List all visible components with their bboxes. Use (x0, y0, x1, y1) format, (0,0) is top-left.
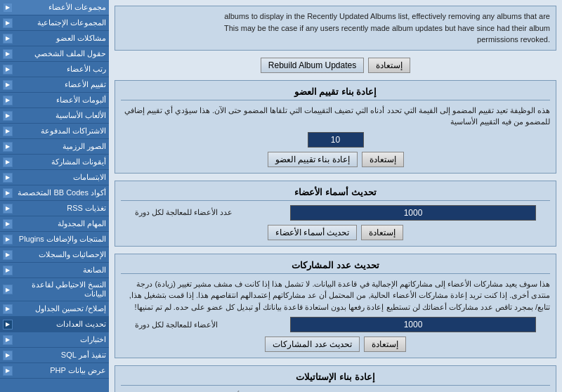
rebuild-stats-title: إعادة بناء الإستاتيلات (121, 372, 550, 386)
rebuild-member-rating-title: إعادة بناء تقييم العضو (121, 86, 550, 100)
sidebar-item-label-6: ألبومات الأعضاء (15, 96, 106, 105)
sidebar-item-21[interactable]: اختبارات▶ (0, 332, 109, 348)
sidebar-item-label-22: تنفيذ أمر SQL (15, 351, 106, 360)
reset-post-count-button[interactable]: إستعادة (364, 337, 406, 352)
rebuild-stats-section: إعادة بناء الإستاتيلات هذه الوظيفة تسمح … (115, 365, 556, 392)
sidebar-item-17[interactable]: الصانعة▶ (0, 263, 109, 278)
sidebar-item-8[interactable]: الاشتراكات المدفوعة▶ (0, 124, 109, 139)
top-description: albums to display in the Recently Update… (115, 6, 556, 51)
sidebar-item-icon-7: ▶ (3, 111, 13, 121)
sidebar-item-icon-22: ▶ (3, 351, 13, 360)
sidebar-item-label-7: الألعاب الأساسية (15, 111, 106, 120)
sidebar-item-icon-3: ▶ (3, 49, 13, 59)
sidebar-item-19[interactable]: إصلاح/ تحسين الجداول▶ (0, 301, 109, 317)
sidebar-item-icon-15: ▶ (3, 235, 13, 244)
sidebar-item-label-10: أيقونات المشاركة (15, 157, 106, 166)
member-rating-input[interactable] (308, 132, 364, 148)
sidebar-item-icon-20: ▶ (3, 320, 13, 329)
sidebar-item-label-1: المجموعات الإجتماعية (15, 18, 106, 27)
sidebar-item-22[interactable]: تنفيذ أمر SQL▶ (0, 348, 109, 363)
sidebar-item-label-21: اختبارات (15, 335, 106, 344)
top-desc-line2: This may be the case if any users recent… (121, 22, 550, 34)
sidebar-item-icon-18: ▶ (3, 285, 13, 294)
sidebar-item-0[interactable]: مجموعات الأعضاء▶ (0, 0, 109, 15)
update-post-count-title: تحديث عدد المشاركات (121, 260, 550, 274)
main-content: albums to display in the Recently Update… (109, 0, 562, 392)
sidebar-item-label-4: رتب الأعضاء (15, 65, 106, 74)
sidebar-item-12[interactable]: أكواد BB Codes المتخصصة▶ (0, 185, 109, 201)
sidebar-item-16[interactable]: الإحصائيات والسجلات▶ (0, 247, 109, 263)
sidebar-item-label-11: الابتسامات (15, 173, 106, 182)
post-count-label: الأعضاء للمعالجة لكل دورة (135, 320, 218, 329)
sidebar-item-icon-19: ▶ (3, 304, 13, 314)
post-count-input[interactable] (290, 317, 536, 332)
sidebar-item-5[interactable]: تقييم الأعضاء▶ (0, 77, 109, 93)
sidebar-item-icon-9: ▶ (3, 142, 13, 152)
member-names-input[interactable] (290, 205, 536, 221)
sidebar-item-label-14: المهام المجدولة (15, 219, 106, 228)
sidebar-item-icon-5: ▶ (3, 80, 13, 90)
sidebar-item-icon-6: ▶ (3, 96, 13, 105)
update-member-names-button[interactable]: تحديث أسماء الأعضاء (268, 225, 358, 240)
sidebar-item-18[interactable]: النسخ الاحتياطي لقاعدة البيانات▶ (0, 278, 109, 301)
sidebar-item-label-18: النسخ الاحتياطي لقاعدة البيانات (15, 280, 106, 299)
update-post-count-section: تحديث عدد المشاركات هذا سوف يعيد مشاركات… (115, 254, 556, 359)
update-post-count-desc: هذا سوف يعيد مشاركات الأعضاء إلى مشاركات… (121, 278, 550, 313)
sidebar-item-icon-10: ▶ (3, 157, 13, 167)
top-desc-line3: .permissions revoked (121, 34, 550, 46)
sidebar-item-icon-13: ▶ (3, 204, 13, 214)
rebuild-album-row: إستعادة Rebuild Album Updates (115, 58, 556, 73)
sidebar-item-icon-8: ▶ (3, 126, 13, 136)
sidebar-item-20[interactable]: تحديث العدادات▶ (0, 317, 109, 332)
sidebar-item-2[interactable]: مشاكلات العضو▶ (0, 31, 109, 46)
sidebar-item-label-23: عرض بيانات PHP (15, 366, 106, 375)
sidebar-item-label-13: تغذيات RSS (15, 204, 106, 213)
member-names-label: عدد الأعضاء للمعالجة لكل دورة (135, 208, 233, 217)
sidebar-item-label-15: المنتجات والإضافات Plugins (15, 235, 106, 244)
sidebar-item-11[interactable]: الابتسامات▶ (0, 170, 109, 185)
sidebar-item-icon-0: ▶ (3, 3, 13, 13)
sidebar-item-label-16: الإحصائيات والسجلات (15, 250, 106, 259)
update-member-names-section: تحديث أسماء الأعضاء عدد الأعضاء للمعالجة… (115, 181, 556, 247)
rebuild-member-rating-section: إعادة بناء تقييم العضو هذه الوظيفة تعيد … (115, 80, 556, 174)
sidebar-item-label-20: تحديث العدادات (15, 320, 106, 329)
sidebar-item-icon-23: ▶ (3, 366, 13, 376)
sidebar-item-1[interactable]: المجموعات الإجتماعية▶ (0, 15, 109, 31)
rebuild-album-updates-button[interactable]: Rebuild Album Updates (261, 58, 364, 73)
sidebar-item-icon-12: ▶ (3, 188, 13, 198)
sidebar-item-13[interactable]: تغذيات RSS▶ (0, 201, 109, 216)
sidebar-item-7[interactable]: الألعاب الأساسية▶ (0, 108, 109, 124)
sidebar-item-icon-11: ▶ (3, 173, 13, 183)
reset-member-names-button[interactable]: إستعادة (361, 225, 403, 240)
sidebar-item-icon-14: ▶ (3, 219, 13, 229)
sidebar-item-label-9: الصور الرزمية (15, 142, 106, 151)
sidebar-item-icon-2: ▶ (3, 34, 13, 44)
sidebar-item-9[interactable]: الصور الرزمية▶ (0, 139, 109, 155)
sidebar-item-icon-21: ▶ (3, 335, 13, 345)
sidebar: مجموعات الأعضاء▶المجموعات الإجتماعية▶مشا… (0, 0, 109, 392)
rebuild-member-rating-desc: هذه الوظيفة تعيد تقييم المضمو إلى القيمة… (121, 105, 550, 128)
sidebar-item-label-2: مشاكلات العضو (15, 34, 106, 43)
sidebar-item-23[interactable]: عرض بيانات PHP▶ (0, 363, 109, 379)
top-desc-line1: albums to display in the Recently Update… (121, 11, 550, 22)
sidebar-item-label-5: تقييم الأعضاء (15, 80, 106, 89)
reset-rebuild-album-button[interactable]: إستعادة (368, 58, 410, 73)
sidebar-item-label-3: حقول الملف الشخصي (15, 49, 106, 58)
sidebar-item-15[interactable]: المنتجات والإضافات Plugins▶ (0, 232, 109, 247)
sidebar-item-icon-4: ▶ (3, 65, 13, 74)
sidebar-item-6[interactable]: ألبومات الأعضاء▶ (0, 93, 109, 108)
sidebar-item-10[interactable]: أيقونات المشاركة▶ (0, 155, 109, 170)
sidebar-item-icon-17: ▶ (3, 266, 13, 275)
sidebar-item-label-8: الاشتراكات المدفوعة (15, 126, 106, 136)
sidebar-item-label-0: مجموعات الأعضاء (15, 3, 106, 12)
reset-member-rating-button[interactable]: إستعادة (362, 152, 404, 167)
sidebar-item-icon-16: ▶ (3, 250, 13, 260)
sidebar-item-label-17: الصانعة (15, 266, 106, 275)
sidebar-item-3[interactable]: حقول الملف الشخصي▶ (0, 46, 109, 62)
sidebar-item-label-12: أكواد BB Codes المتخصصة (15, 188, 106, 197)
sidebar-item-14[interactable]: المهام المجدولة▶ (0, 216, 109, 232)
sidebar-item-icon-1: ▶ (3, 18, 13, 28)
update-post-count-button[interactable]: تحديث عدد المشاركات (265, 337, 360, 352)
sidebar-item-4[interactable]: رتب الأعضاء▶ (0, 62, 109, 77)
rebuild-member-rating-button[interactable]: إعادة بناء تقييم العضو (268, 152, 358, 167)
